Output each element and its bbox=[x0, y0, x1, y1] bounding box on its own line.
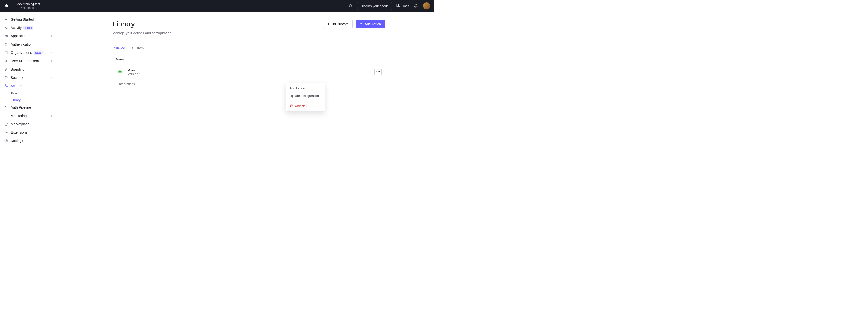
popover-uninstall-label: Uninstall bbox=[295, 104, 307, 108]
flow-icon bbox=[4, 84, 8, 88]
avatar[interactable] bbox=[423, 2, 430, 9]
chevron-right-icon: › bbox=[51, 51, 52, 54]
sidebar-item-label: Branding bbox=[11, 67, 25, 71]
sidebar-item-label: Actions bbox=[11, 84, 22, 88]
sidebar-item-monitoring[interactable]: Monitoring › bbox=[0, 112, 56, 120]
topbar-divider bbox=[13, 3, 13, 9]
svg-point-19 bbox=[6, 132, 7, 133]
chevron-down-icon bbox=[43, 4, 46, 8]
lock-icon bbox=[4, 42, 8, 47]
sidebar-item-label: Extensions bbox=[11, 131, 27, 134]
sidebar-item-label: Security bbox=[11, 76, 23, 80]
table-row: Plivo Version 1.0 ••• bbox=[113, 64, 385, 80]
build-custom-button[interactable]: Build Custom bbox=[324, 20, 352, 28]
auth0-logo[interactable] bbox=[4, 3, 9, 8]
integrations-count: 1 integrations bbox=[113, 80, 385, 88]
sidebar-item-security[interactable]: Security › bbox=[0, 74, 56, 82]
sidebar-item-applications[interactable]: Applications › bbox=[0, 32, 56, 40]
docs-label: Docs bbox=[402, 4, 409, 8]
sidebar-item-user-management[interactable]: User Management › bbox=[0, 57, 56, 65]
popover-add-to-flow[interactable]: Add to flow bbox=[286, 84, 325, 92]
svg-rect-2 bbox=[5, 35, 6, 36]
popover-uninstall[interactable]: Uninstall bbox=[286, 102, 325, 110]
row-more-button[interactable]: ••• bbox=[374, 68, 382, 75]
sidebar-item-label: Applications bbox=[11, 34, 29, 38]
svg-rect-15 bbox=[7, 86, 7, 87]
sidebar-item-getting-started[interactable]: Getting Started bbox=[0, 15, 56, 24]
puzzle-icon bbox=[4, 130, 8, 135]
trash-icon bbox=[289, 104, 293, 108]
sidebar-item-marketplace[interactable]: Marketplace bbox=[0, 120, 56, 128]
tab-installed[interactable]: Installed bbox=[113, 44, 125, 53]
more-horizontal-icon: ••• bbox=[376, 70, 380, 74]
chevron-right-icon: › bbox=[51, 67, 52, 71]
sidebar-item-extensions[interactable]: Extensions bbox=[0, 128, 56, 137]
sidebar-item-label: Monitoring bbox=[11, 114, 27, 118]
sidebar-item-organizations[interactable]: Organizations NEW › bbox=[0, 49, 56, 57]
popover-update-config[interactable]: Update configuration bbox=[286, 92, 325, 100]
main-content: Library Build Custom Add Action Manage y… bbox=[56, 12, 434, 165]
svg-point-12 bbox=[5, 60, 6, 61]
tenant-switcher[interactable]: dev-training-test Development bbox=[17, 2, 46, 9]
svg-line-1 bbox=[351, 7, 352, 7]
svg-rect-3 bbox=[6, 35, 7, 36]
add-action-button[interactable]: Add Action bbox=[355, 20, 385, 28]
svg-rect-6 bbox=[5, 44, 7, 46]
notifications-button[interactable] bbox=[411, 1, 420, 10]
sidebar-item-authentication[interactable]: Authentication › bbox=[0, 40, 56, 49]
page-title: Library bbox=[113, 20, 135, 28]
tenant-env: Development bbox=[17, 6, 40, 9]
docs-link[interactable]: Docs bbox=[394, 4, 411, 8]
chevron-right-icon: › bbox=[51, 59, 52, 63]
pipeline-icon bbox=[4, 105, 8, 110]
badge-new: NEW bbox=[34, 51, 42, 55]
sidebar-item-label: Authentication bbox=[11, 43, 32, 46]
book-icon bbox=[396, 4, 400, 8]
svg-rect-7 bbox=[5, 51, 7, 54]
chevron-down-icon bbox=[49, 84, 52, 88]
bar-chart-icon bbox=[4, 114, 8, 118]
discuss-needs-button[interactable]: Discuss your needs bbox=[357, 2, 392, 10]
sidebar-item-settings[interactable]: Settings bbox=[0, 137, 56, 145]
building-icon bbox=[4, 50, 8, 55]
tenant-name: dev-training-test bbox=[17, 2, 40, 6]
svg-rect-4 bbox=[5, 36, 6, 37]
chevron-right-icon: › bbox=[51, 34, 52, 38]
gear-icon bbox=[4, 139, 8, 143]
search-button[interactable] bbox=[346, 1, 355, 10]
plus-icon bbox=[360, 22, 363, 26]
sidebar-item-branding[interactable]: Branding › bbox=[0, 65, 56, 74]
page-description: Manage your actions and configuration. bbox=[113, 31, 385, 35]
row-name: Plivo bbox=[128, 68, 144, 72]
sidebar-subitem-flows[interactable]: Flows bbox=[0, 90, 56, 97]
sidebar-item-label: Settings bbox=[11, 139, 23, 143]
sidebar-item-label: Activity bbox=[11, 26, 22, 30]
svg-point-0 bbox=[349, 5, 352, 7]
activity-icon bbox=[4, 25, 8, 30]
tab-custom[interactable]: Custom bbox=[132, 44, 144, 53]
sidebar-item-label: Getting Started bbox=[11, 18, 34, 21]
sidebar-item-label: Auth Pipeline bbox=[11, 106, 31, 109]
bolt-icon bbox=[4, 17, 8, 22]
row-version: Version 1.0 bbox=[128, 72, 144, 76]
chevron-right-icon: › bbox=[51, 114, 52, 117]
shield-icon bbox=[4, 75, 8, 80]
sidebar-subitem-library[interactable]: Library bbox=[0, 97, 56, 103]
svg-rect-5 bbox=[6, 36, 7, 37]
sidebar-item-actions[interactable]: Actions bbox=[0, 82, 56, 90]
row-actions-popover: Add to flow Update configuration Uninsta… bbox=[286, 83, 325, 112]
svg-rect-14 bbox=[5, 85, 6, 86]
sidebar-item-label: User Management bbox=[11, 59, 39, 63]
sidebar-item-activity[interactable]: Activity FIRST bbox=[0, 24, 56, 32]
grid-icon bbox=[4, 34, 8, 38]
sidebar-item-label: Marketplace bbox=[11, 122, 29, 126]
sidebar-item-label: Organizations bbox=[11, 51, 32, 55]
popover-separator bbox=[289, 101, 321, 101]
svg-point-20 bbox=[6, 140, 7, 141]
brush-icon bbox=[4, 67, 8, 72]
sidebar-item-auth-pipeline[interactable]: Auth Pipeline › bbox=[0, 103, 56, 112]
tabs: Installed Custom bbox=[113, 44, 385, 53]
sidebar: Getting Started Activity FIRST Applicati… bbox=[0, 12, 56, 165]
svg-point-13 bbox=[6, 60, 7, 61]
integration-icon bbox=[116, 68, 124, 76]
